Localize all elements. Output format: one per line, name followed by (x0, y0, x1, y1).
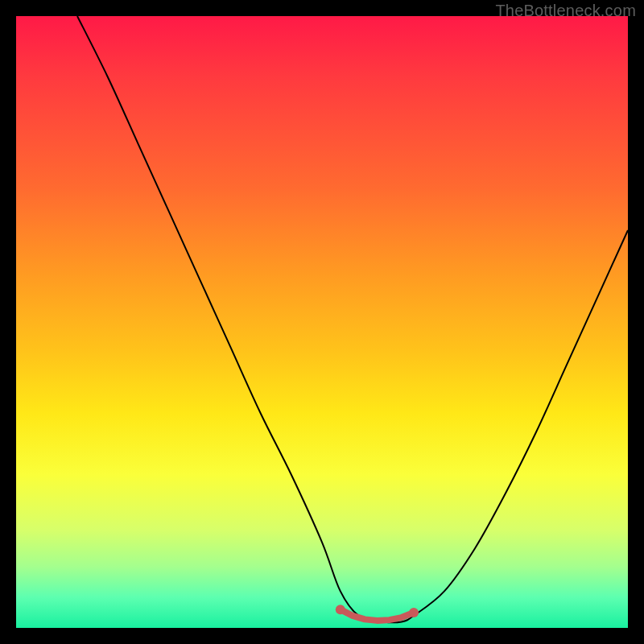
watermark-text: TheBottleneck.com (495, 2, 636, 20)
gradient-plot-area (16, 16, 628, 628)
chart-frame: TheBottleneck.com (0, 0, 644, 644)
